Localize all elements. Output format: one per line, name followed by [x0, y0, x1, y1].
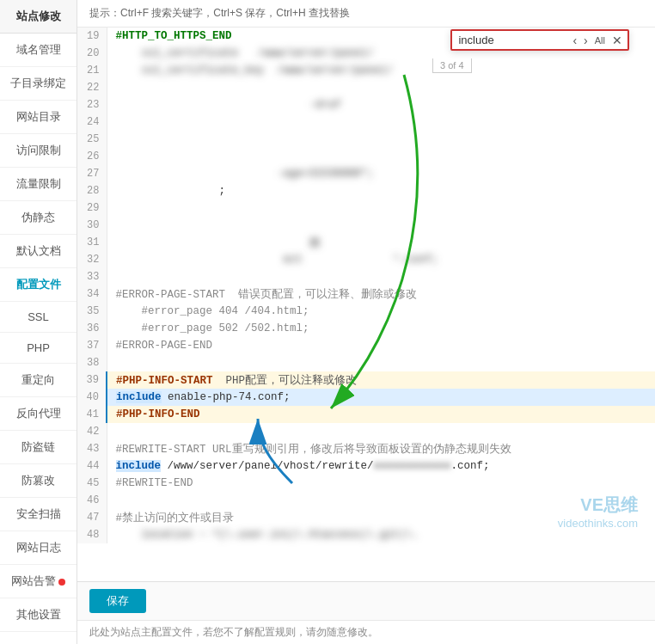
line-code	[107, 268, 655, 285]
table-row: 31 效	[77, 234, 655, 251]
line-code	[107, 217, 655, 234]
line-code: 效	[107, 234, 655, 251]
table-row: 22	[77, 79, 655, 96]
line-code: include enable-php-74.conf;	[107, 389, 655, 406]
search-count-label: 3 of 4	[432, 58, 472, 73]
table-row: 41 #PHP-INFO-END	[77, 406, 655, 423]
table-row: 38	[77, 354, 655, 371]
line-code	[107, 423, 655, 440]
line-code	[107, 199, 655, 217]
save-button[interactable]: 保存	[89, 589, 146, 613]
table-row: 46	[77, 492, 655, 509]
line-number: 45	[77, 475, 107, 492]
line-number: 29	[77, 199, 107, 217]
warning-text: 此处为站点主配置文件，若您不了解配置规则，请勿随意修改。	[89, 626, 378, 638]
line-number: 35	[77, 303, 107, 320]
sidebar-item-webdir[interactable]: 网站目录	[0, 101, 77, 134]
line-code	[107, 354, 655, 371]
sidebar-item-tamper[interactable]: 防篡改	[0, 464, 77, 498]
sidebar-item-ssl[interactable]: SSL	[0, 302, 77, 333]
line-code: ect *.conf;	[107, 251, 655, 268]
code-text: #HTTP_TO_HTTPS_END	[116, 30, 232, 42]
include-keyword: include	[116, 391, 162, 403]
line-number: 21	[77, 62, 107, 79]
search-close-button[interactable]: ✕	[610, 34, 624, 46]
line-number: 47	[77, 509, 107, 526]
table-row: 28 ;	[77, 182, 655, 199]
hint-bar: 提示：Ctrl+F 搜索关键字，Ctrl+S 保存，Ctrl+H 查找替换	[77, 0, 655, 28]
line-number: 25	[77, 131, 107, 148]
search-prev-button[interactable]: ‹	[571, 34, 578, 46]
table-row: 44 include /www/server/panel/vhost/rewri…	[77, 457, 655, 475]
table-row: 40 include enable-php-74.conf;	[77, 389, 655, 406]
sidebar-item-redirect[interactable]: 重定向	[0, 364, 77, 397]
table-row: 39 #PHP-INFO-START PHP配置，可以注释或修改	[77, 371, 655, 389]
sidebar-item-config[interactable]: 配置文件	[0, 268, 77, 302]
line-code: #PHP-INFO-START PHP配置，可以注释或修改	[107, 371, 655, 389]
sidebar-item-domain[interactable]: 域名管理	[0, 34, 77, 67]
sidebar-item-hotlink[interactable]: 防盗链	[0, 431, 77, 464]
line-number: 30	[77, 217, 107, 234]
line-number: 40	[77, 389, 107, 406]
include-keyword2: include	[116, 460, 162, 472]
sidebar-item-subdir[interactable]: 子目录绑定	[0, 67, 77, 101]
warning-bar: 此处为站点主配置文件，若您不了解配置规则，请勿随意修改。	[77, 620, 655, 644]
line-code: #REWRITE-START URL重写规则引用，修改后将导致面板设置的伪静态规…	[107, 440, 655, 457]
line-code: #PHP-INFO-END	[107, 406, 655, 423]
sidebar-item-other[interactable]: 其他设置	[0, 598, 77, 632]
search-all-label[interactable]: All	[593, 35, 607, 46]
line-code	[107, 79, 655, 96]
line-number: 32	[77, 251, 107, 268]
sidebar-item-traffic[interactable]: 流量限制	[0, 168, 77, 201]
table-row: 43 #REWRITE-START URL重写规则引用，修改后将导致面板设置的伪…	[77, 440, 655, 457]
sidebar-item-alert[interactable]: 网站告警	[0, 565, 77, 598]
table-row: 27 -age=31536000";	[77, 165, 655, 182]
code-editor[interactable]: 19 #HTTP_TO_HTTPS_END 20 ssl_certificate…	[77, 28, 655, 543]
line-code: location ~ ^(\.user.ini|\.htaccess|\.git…	[107, 526, 655, 543]
line-code	[107, 492, 655, 509]
table-row: 47 #禁止访问的文件或目录	[77, 509, 655, 526]
line-number: 39	[77, 371, 107, 389]
line-code: #REWRITE-END	[107, 475, 655, 492]
line-number: 34	[77, 285, 107, 303]
line-code	[107, 131, 655, 148]
table-row: 36 #error_page 502 /502.html;	[77, 320, 655, 337]
line-number: 23	[77, 96, 107, 113]
sidebar-item-default-doc[interactable]: 默认文档	[0, 235, 77, 268]
search-input[interactable]	[456, 33, 567, 47]
line-number: 37	[77, 337, 107, 354]
sidebar-item-log[interactable]: 网站日志	[0, 531, 77, 565]
sidebar-item-access[interactable]: 访问限制	[0, 134, 77, 168]
line-code: ssl_certificate_key /www/server/panel/	[107, 62, 655, 79]
hint-text: 提示：Ctrl+F 搜索关键字，Ctrl+S 保存，Ctrl+H 查找替换	[89, 7, 350, 19]
table-row: 33	[77, 268, 655, 285]
line-number: 28	[77, 182, 107, 199]
sidebar-item-scan[interactable]: 安全扫描	[0, 498, 77, 531]
search-next-button[interactable]: ›	[582, 34, 590, 46]
alert-dot	[58, 579, 65, 586]
sidebar: 站点修改 域名管理 子目录绑定 网站目录 访问限制 流量限制 伪静态 默认文档 …	[0, 0, 77, 644]
table-row: 24	[77, 113, 655, 131]
line-number: 26	[77, 148, 107, 165]
line-number: 22	[77, 79, 107, 96]
line-number: 36	[77, 320, 107, 337]
line-code: #禁止访问的文件或目录	[107, 509, 655, 526]
sidebar-item-php[interactable]: PHP	[0, 333, 77, 364]
main-panel: 提示：Ctrl+F 搜索关键字，Ctrl+S 保存，Ctrl+H 查找替换 ‹ …	[77, 0, 655, 644]
table-row: 25	[77, 131, 655, 148]
line-number: 20	[77, 45, 107, 62]
sidebar-item-proxy[interactable]: 反向代理	[0, 397, 77, 431]
table-row: 35 #error_page 404 /404.html;	[77, 303, 655, 320]
table-row: 26	[77, 148, 655, 165]
line-code	[107, 148, 655, 165]
line-number: 44	[77, 457, 107, 475]
line-number: 41	[77, 406, 107, 423]
line-number: 31	[77, 234, 107, 251]
line-code: #ERROR-PAGE-START 错误页配置，可以注释、删除或修改	[107, 285, 655, 303]
sidebar-title: 站点修改	[0, 0, 77, 34]
table-row: 29	[77, 199, 655, 217]
sidebar-item-rewrite[interactable]: 伪静态	[0, 201, 77, 235]
line-code: -draf	[107, 96, 655, 113]
editor-area[interactable]: ‹ › All ✕ 3 of 4 19 #HTTP_TO_HTTPS_END 2…	[77, 28, 655, 581]
line-number: 38	[77, 354, 107, 371]
